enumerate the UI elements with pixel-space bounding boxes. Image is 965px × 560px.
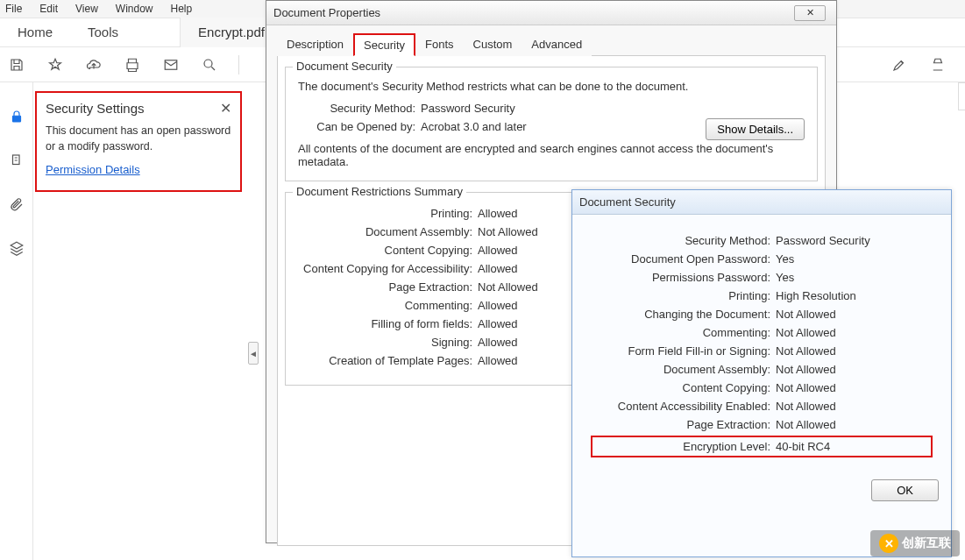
security-settings-panel: Security Settings ✕ This document has an…: [35, 91, 242, 192]
ok-button[interactable]: OK: [871, 479, 939, 501]
restriction-label: Filling of form fields:: [298, 317, 478, 330]
security-row-value: Not Allowed: [776, 308, 932, 321]
highlight-icon[interactable]: [890, 55, 909, 74]
security-row: Encryption Level:40-bit RC4: [592, 436, 932, 457]
layers-icon[interactable]: [7, 238, 26, 258]
security-row: Content Accessibility Enabled:Not Allowe…: [592, 400, 932, 413]
svg-rect-2: [12, 116, 20, 122]
tab-fonts[interactable]: Fonts: [415, 33, 464, 56]
security-row-value: Password Security: [776, 234, 932, 247]
restriction-label: Creation of Template Pages:: [298, 354, 478, 367]
menu-help[interactable]: Help: [171, 3, 193, 15]
restriction-label: Printing:: [298, 207, 478, 220]
attachment-icon[interactable]: [7, 195, 26, 214]
toolbar-divider: [238, 55, 239, 74]
menu-edit[interactable]: Edit: [39, 3, 58, 15]
security-row: Form Field Fill-in or Signing:Not Allowe…: [592, 344, 932, 358]
security-row-label: Form Field Fill-in or Signing:: [592, 344, 776, 358]
security-row: Printing:High Resolution: [592, 289, 932, 302]
security-row-value: Not Allowed: [776, 344, 932, 358]
security-row-value: High Resolution: [776, 289, 932, 302]
security-row-value: 40-bit RC4: [776, 440, 932, 453]
security-row: Content Copying:Not Allowed: [592, 381, 932, 394]
doc-security-legend: Document Security: [293, 60, 396, 73]
restriction-label: Commenting:: [298, 299, 478, 312]
security-row: Security Method:Password Security: [592, 234, 932, 247]
right-panel-edge[interactable]: [958, 82, 965, 110]
security-row: Permissions Password:Yes: [592, 271, 932, 284]
dialog-titlebar[interactable]: Document Security: [572, 190, 951, 215]
tab-description[interactable]: Description: [277, 33, 353, 56]
restriction-label: Page Extraction:: [298, 280, 478, 294]
security-row: Commenting:Not Allowed: [592, 326, 932, 339]
cloud-upload-icon[interactable]: [84, 55, 103, 74]
security-row-value: Not Allowed: [776, 363, 932, 376]
dialog-title: Document Security: [579, 195, 676, 209]
security-row-value: Not Allowed: [776, 418, 932, 431]
security-row-value: Not Allowed: [776, 326, 932, 339]
security-row-value: Not Allowed: [776, 400, 932, 413]
menu-window[interactable]: Window: [116, 3, 153, 15]
watermark: ✕ 创新互联: [870, 530, 960, 556]
restrictions-legend: Document Restrictions Summary: [293, 185, 466, 198]
doc-security-intro: The document's Security Method restricts…: [298, 80, 805, 93]
mail-icon[interactable]: [161, 55, 181, 74]
watermark-text: 创新互联: [902, 535, 951, 551]
tab-home[interactable]: Home: [0, 18, 70, 47]
tab-custom[interactable]: Custom: [464, 33, 522, 56]
security-row: Changing the Document:Not Allowed: [592, 308, 932, 321]
security-row-label: Commenting:: [592, 326, 776, 339]
security-row-label: Content Copying:: [592, 381, 776, 394]
tab-advanced[interactable]: Advanced: [522, 33, 592, 56]
security-method-value: Password Security: [421, 102, 805, 115]
encryption-note: All contents of the document are encrypt…: [298, 142, 805, 168]
close-icon[interactable]: ✕: [220, 100, 231, 117]
security-row-label: Changing the Document:: [592, 308, 776, 321]
dialog-tabs: Description Security Fonts Custom Advanc…: [266, 25, 836, 55]
menu-view[interactable]: View: [75, 3, 98, 15]
star-icon[interactable]: [46, 55, 65, 74]
document-security-dialog: Document Security Security Method:Passwo…: [571, 189, 952, 557]
security-row-label: Document Open Password:: [592, 252, 776, 266]
security-row-value: Yes: [776, 271, 932, 284]
can-open-label: Can be Opened by:: [298, 120, 421, 133]
security-row: Page Extraction:Not Allowed: [592, 418, 932, 431]
svg-rect-3: [12, 155, 19, 165]
dialog-titlebar[interactable]: Document Properties ✕: [266, 1, 836, 25]
security-settings-title: Security Settings: [46, 101, 145, 116]
menu-file[interactable]: File: [5, 3, 22, 15]
restriction-label: Document Assembly:: [298, 225, 478, 238]
security-row-value: Not Allowed: [776, 381, 932, 394]
svg-point-1: [204, 60, 212, 67]
watermark-icon: ✕: [879, 534, 898, 553]
stamp-icon[interactable]: [928, 55, 947, 74]
security-row: Document Assembly:Not Allowed: [592, 363, 932, 376]
lock-icon[interactable]: [7, 107, 26, 126]
dialog-close-button[interactable]: ✕: [794, 5, 826, 21]
tab-security[interactable]: Security: [353, 33, 415, 56]
search-icon[interactable]: [200, 55, 219, 74]
security-row-label: Content Accessibility Enabled:: [592, 400, 776, 413]
permission-details-link[interactable]: Permission Details: [46, 163, 140, 176]
security-settings-body: This document has an open password or a …: [46, 124, 231, 154]
tab-tools[interactable]: Tools: [70, 18, 136, 47]
security-row-label: Document Assembly:: [592, 363, 776, 376]
restriction-label: Signing:: [298, 336, 478, 349]
left-sidebar: [0, 82, 33, 560]
security-row-label: Permissions Password:: [592, 271, 776, 284]
dialog-title: Document Properties: [273, 6, 380, 19]
security-method-label: Security Method:: [298, 102, 421, 115]
security-row: Document Open Password:Yes: [592, 252, 932, 266]
security-row-value: Yes: [776, 252, 932, 266]
restriction-label: Content Copying:: [298, 244, 478, 257]
security-row-label: Security Method:: [592, 234, 776, 247]
pages-icon[interactable]: [7, 151, 26, 170]
print-icon[interactable]: [123, 55, 142, 74]
svg-rect-0: [165, 60, 177, 69]
security-row-label: Page Extraction:: [592, 418, 776, 431]
save-icon[interactable]: [7, 55, 26, 74]
restriction-label: Content Copying for Accessibility:: [298, 262, 478, 275]
security-row-label: Encryption Level:: [592, 440, 776, 453]
show-details-button[interactable]: Show Details...: [706, 118, 805, 140]
collapse-handle[interactable]: ◄: [248, 342, 259, 365]
